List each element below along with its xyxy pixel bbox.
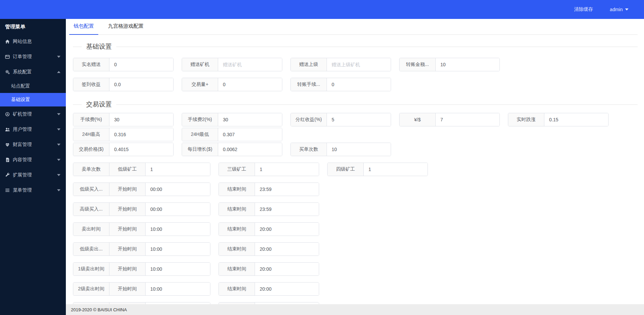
chevron-down-icon: [57, 144, 60, 146]
form-row: 签到收益交易量+转账手续...: [73, 78, 638, 91]
field-input[interactable]: [146, 263, 210, 275]
users-icon: [5, 127, 10, 132]
field-label: 结束时间: [219, 183, 255, 196]
field-input[interactable]: [255, 203, 319, 216]
form-row: 高级买入...开始时间结束时间: [73, 202, 638, 216]
field-input[interactable]: [109, 78, 173, 91]
input-group: 2级卖出时间开始时间: [73, 282, 210, 296]
section-legend: 交易设置: [73, 100, 638, 109]
input-group: 24H最高: [73, 128, 174, 141]
chevron-down-icon: [625, 8, 628, 10]
user-menu[interactable]: admin: [610, 7, 628, 12]
field-input[interactable]: [109, 58, 173, 71]
input-group: 卖出时间开始时间: [73, 222, 210, 236]
input-group: 赠送上级: [290, 58, 391, 71]
input-group: 实名赠送: [73, 58, 174, 71]
form-row: 实名赠送赠送矿机赠送上级转账金额...: [73, 58, 638, 71]
input-group: 结束时间: [218, 242, 319, 256]
section-legend: 基础设置: [73, 42, 638, 51]
input-group: 赠送矿机: [182, 58, 282, 71]
field-label: 实时跌涨: [508, 113, 544, 126]
field-input[interactable]: [146, 203, 210, 216]
field-label: 三级矿工: [219, 163, 255, 176]
field-input[interactable]: [364, 163, 428, 176]
field-input[interactable]: [255, 183, 319, 196]
field-label: 开始时间: [109, 243, 146, 256]
form-row: 1级卖出时间开始时间结束时间: [73, 262, 638, 276]
field-input[interactable]: [218, 128, 282, 141]
field-input[interactable]: [146, 183, 210, 196]
sidebar-subitem-basic-settings[interactable]: 基础设置: [0, 93, 66, 106]
sidebar-item-wealth[interactable]: 财富管理: [0, 137, 66, 152]
legend-divider: [73, 47, 82, 47]
input-group: 交易量+: [182, 78, 282, 91]
input-group: 转账手续...: [290, 78, 391, 91]
sidebar-item-site-info[interactable]: 网站信息: [0, 34, 66, 49]
field-input[interactable]: [109, 113, 173, 126]
tabbar: 钱包配置九宫格游戏配置: [73, 19, 638, 35]
miner-icon: [5, 112, 10, 117]
footer: 2019-2020 © BAISUI CHINA: [66, 304, 644, 315]
sidebar-item-extension[interactable]: 扩展管理: [0, 167, 66, 183]
field-input[interactable]: [109, 128, 173, 141]
field-input[interactable]: [218, 113, 282, 126]
field-input[interactable]: [327, 113, 391, 126]
field-input[interactable]: [218, 78, 282, 91]
input-group: 交易价格($): [73, 143, 174, 156]
field-input[interactable]: [255, 223, 319, 236]
field-input[interactable]: [218, 58, 282, 71]
form-row: 交易价格($)每日增长($)买单次数: [73, 143, 638, 156]
field-input[interactable]: [146, 243, 210, 256]
field-label: 低级卖出...: [73, 243, 109, 256]
field-input[interactable]: [436, 113, 499, 126]
field-input[interactable]: [255, 163, 319, 176]
sidebar-item-users[interactable]: 用户管理: [0, 122, 66, 137]
form-row: 卖单次数低级矿工三级矿工四级矿工: [73, 163, 638, 176]
field-input[interactable]: [146, 283, 210, 295]
field-label: 开始时间: [109, 183, 146, 196]
input-group: 低级卖出...开始时间: [73, 242, 210, 256]
field-input[interactable]: [146, 163, 210, 176]
section-title: 交易设置: [86, 100, 112, 109]
input-group: 分红收益(%): [290, 113, 391, 126]
field-input[interactable]: [327, 58, 391, 71]
sidebar-subitem-site-config[interactable]: 站点配置: [0, 79, 66, 93]
user-menu-label: admin: [610, 7, 623, 12]
field-input[interactable]: [146, 223, 210, 236]
field-label: 低级买入...: [73, 183, 109, 196]
input-group: 买单次数: [290, 143, 391, 156]
topbar: 清除缓存 admin: [0, 0, 644, 19]
tab-grid-game-config[interactable]: 九宫格游戏配置: [107, 23, 144, 34]
input-group: 1级卖出时间开始时间: [73, 262, 210, 276]
sidebar-item-orders[interactable]: 订单管理: [0, 49, 66, 64]
field-input[interactable]: [218, 143, 282, 156]
sidebar-header: 管理菜单: [0, 19, 66, 34]
input-group: 低级买入...开始时间: [73, 183, 210, 196]
field-input[interactable]: [255, 283, 319, 295]
sidebar-menu: 网站信息订单管理系统配置站点配置基础设置矿机管理用户管理财富管理内容管理扩展管理…: [0, 34, 66, 198]
form-row: 低级买入...开始时间结束时间: [73, 183, 638, 196]
sidebar-item-miner[interactable]: 矿机管理: [0, 106, 66, 122]
field-label: 手续费(%): [73, 113, 109, 126]
input-group: 结束时间: [218, 282, 319, 296]
field-label: 签到收益: [73, 78, 109, 91]
field-input[interactable]: [544, 113, 608, 126]
clear-cache-button[interactable]: 清除缓存: [574, 6, 593, 13]
form-area: 基础设置实名赠送赠送矿机赠送上级转账金额...签到收益交易量+转账手续...交易…: [73, 42, 638, 304]
field-input[interactable]: [327, 143, 391, 156]
tab-wallet-config[interactable]: 钱包配置: [73, 23, 95, 34]
field-input[interactable]: [327, 78, 391, 91]
field-input[interactable]: [109, 143, 173, 156]
field-input[interactable]: [255, 243, 319, 256]
sidebar-item-label: 财富管理: [13, 142, 32, 148]
input-group: 高级买入...开始时间: [73, 202, 210, 216]
field-label: 2级卖出时间: [73, 283, 109, 295]
field-input[interactable]: [436, 58, 499, 71]
sidebar-item-system[interactable]: 系统配置: [0, 64, 66, 79]
input-group: 结束时间: [218, 222, 319, 236]
sidebar-item-content[interactable]: 内容管理: [0, 152, 66, 167]
chevron-down-icon: [57, 189, 60, 191]
form-row: 24H最高24H最低: [73, 128, 638, 141]
field-input[interactable]: [255, 263, 319, 275]
sidebar-item-menu[interactable]: 菜单管理: [0, 183, 66, 198]
